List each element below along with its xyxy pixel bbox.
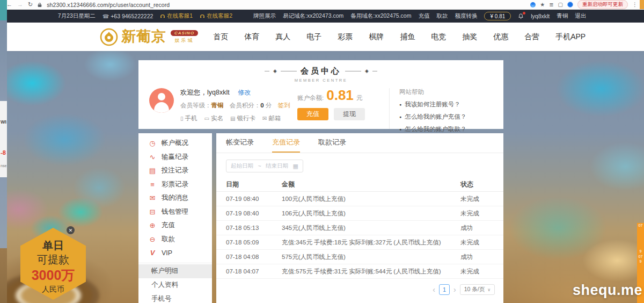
screen: ← → ↻ sh2300.x12346666.com/pc/user/accou…: [0, 0, 644, 303]
verify-item[interactable]: ▤ 银行卡: [230, 114, 255, 122]
records-tab[interactable]: 取款记录: [318, 133, 346, 153]
promo-line2: 可提款: [37, 252, 69, 266]
side-panel-icon[interactable]: ▢: [558, 2, 563, 8]
modify-link[interactable]: 修改: [238, 89, 251, 96]
date-label: 7月23日星期二: [58, 12, 96, 20]
nav-item[interactable]: 彩票: [338, 32, 353, 42]
balance-label: 账户余额:: [297, 94, 324, 102]
signin-link[interactable]: 签到: [278, 102, 290, 109]
records-tab[interactable]: 充值记录: [272, 133, 300, 153]
verify-item[interactable]: ✉ 邮箱: [262, 114, 281, 122]
sidebar-subitem[interactable]: 帐户明细: [138, 264, 212, 278]
close-icon[interactable]: ✕: [67, 226, 75, 234]
nav-item[interactable]: 合营: [524, 32, 539, 42]
sidebar-item-icon: ⊟: [148, 208, 157, 216]
sidebar-item[interactable]: ∿ 输赢纪录: [138, 150, 212, 164]
nav-item[interactable]: 电竞: [431, 32, 446, 42]
tab-label: 充值记录: [272, 138, 300, 147]
cell-date: 07-18 04:08: [216, 254, 282, 260]
topbar-withdraw-link[interactable]: 取款: [436, 12, 448, 20]
cell-status: 未完成: [460, 195, 503, 203]
member-center-card: ◈ 会员中心 ◈ MEMBER CENTRE 欢迎您，lyq8xklt 修改 会…: [138, 60, 503, 129]
withdraw-button[interactable]: 提现: [334, 108, 365, 120]
fragment-text: 9: [637, 259, 644, 264]
sidebar-item[interactable]: ⊕ 充值: [138, 219, 212, 233]
topbar-username[interactable]: lyq8xklt: [531, 13, 550, 19]
recharge-button[interactable]: 充值: [297, 108, 328, 120]
sidebar-item[interactable]: ✉ 我的消息: [138, 191, 212, 205]
records-tab[interactable]: 帐变记录: [226, 133, 254, 153]
sidebar-item[interactable]: ⊖ 取款: [138, 233, 212, 247]
logo-casino-badge: CASINO: [171, 30, 198, 36]
bookmark-star-icon[interactable]: ★: [540, 2, 545, 8]
sidebar-item[interactable]: V VIP: [138, 246, 212, 260]
help-list: 我该如何注册账号？怎么给我的账户充值？怎么给我的账户取款？: [399, 100, 466, 133]
nav-item[interactable]: 真人: [275, 32, 290, 42]
license-link[interactable]: 牌照展示: [253, 12, 276, 20]
date-start-input[interactable]: 起始日期: [231, 162, 253, 170]
cell-amount: 100元(人民币线上充值): [282, 195, 460, 203]
promo-badge[interactable]: 单日 可提款 3000万 人民币 ✕: [20, 228, 86, 300]
sync-icon[interactable]: [530, 2, 536, 8]
records-panel: 帐变记录 充值记录 取款记录 起始日期 ~ 结束日期 ▦ 日期: [216, 133, 503, 303]
sidebar-item[interactable]: ≡ 彩票记录: [138, 178, 212, 192]
prev-page-icon[interactable]: ‹: [433, 286, 435, 293]
sidebar-item[interactable]: ◷ 帐户概况: [138, 136, 212, 150]
browser-update-button[interactable]: 重新启动即可更新: [577, 0, 628, 9]
sidebar-item[interactable]: ▤ 投注记录: [138, 164, 212, 178]
verify-item[interactable]: ▭ 实名: [204, 114, 223, 122]
help-link[interactable]: 怎么给我的账户充值？: [399, 113, 466, 121]
sidebar-subitem[interactable]: 个人资料: [138, 278, 212, 292]
sidebar-subitem-label: 个人资料: [151, 280, 178, 290]
nav-item[interactable]: 体育: [244, 32, 259, 42]
topbar-level: 青铜: [557, 12, 568, 20]
tab-label: 帐变记录: [226, 138, 254, 147]
topbar-transfer-link[interactable]: 额度转换: [455, 12, 477, 20]
cell-amount: 106元(人民币线上充值): [282, 210, 460, 218]
online-service-2[interactable]: 在线客服2: [200, 12, 232, 20]
nav-item[interactable]: 电子: [306, 32, 321, 42]
reading-list-icon[interactable]: ≣: [549, 2, 553, 8]
nav-item[interactable]: 抽奖: [462, 32, 477, 42]
site-logo[interactable]: 新葡京 CASINO 娱乐城: [100, 28, 198, 46]
next-page-icon[interactable]: ›: [453, 286, 456, 293]
balance-pill[interactable]: ¥ 0.81: [484, 12, 511, 20]
back-icon[interactable]: ←: [6, 2, 12, 8]
sidebar-subitem[interactable]: 手机号: [138, 292, 212, 303]
sidebar-item-label: 充值: [162, 221, 175, 230]
sidebar-item-icon: ≡: [148, 181, 157, 189]
help-link[interactable]: 我该如何注册账号？: [399, 100, 466, 109]
phone-icon: ☎: [103, 13, 109, 19]
member-sidebar: ◷ 帐户概况 ∿ 输赢纪录 ▤ 投注记录 ≡: [138, 133, 212, 303]
date-range-picker[interactable]: 起始日期 ~ 结束日期 ▦: [226, 160, 303, 172]
nav-item[interactable]: 首页: [213, 32, 228, 42]
cell-date: 07-18 05:13: [216, 225, 282, 231]
verify-item[interactable]: ▯ 手机: [180, 114, 197, 122]
sidebar-item[interactable]: ⊟ 钱包管理: [138, 205, 212, 219]
cell-amount: 345元(人民币线上充值): [282, 224, 460, 232]
cell-status: 未完成: [460, 268, 503, 276]
date-end-input[interactable]: 结束日期: [266, 162, 288, 170]
page-size-select[interactable]: 10 条/页 ∨: [460, 284, 495, 295]
nav-item[interactable]: 棋牌: [369, 32, 384, 42]
logout-link[interactable]: 退出: [575, 12, 586, 20]
reload-icon[interactable]: ↻: [28, 2, 33, 8]
notification-bell-icon[interactable]: [518, 13, 524, 19]
nav-item[interactable]: 优惠: [493, 32, 508, 42]
help-link[interactable]: 怎么给我的账户取款？: [399, 125, 466, 133]
online-service-1[interactable]: 在线客服1: [160, 12, 193, 20]
verify-label: 邮箱: [268, 114, 281, 122]
forward-icon[interactable]: →: [17, 2, 23, 8]
profile-avatar[interactable]: [567, 2, 573, 8]
cell-date: 07-18 04:07: [216, 268, 282, 275]
table-body: 07-19 08:40 100元(人民币线上充值) 未完成 07-19 08:4…: [216, 192, 503, 279]
nav-item[interactable]: 捕鱼: [400, 32, 415, 42]
promo-hexagon[interactable]: 单日 可提款 3000万 人民币: [20, 228, 86, 300]
topbar-deposit-link[interactable]: 充值: [418, 12, 429, 20]
level-value: 青铜: [211, 102, 224, 109]
url-bar[interactable]: sh2300.x12346666.com/pc/user/account_rec…: [47, 2, 170, 8]
page-number[interactable]: 1: [439, 284, 450, 295]
sidebar-submenu: 帐户明细 个人资料 手机号: [138, 263, 212, 303]
kebab-menu-icon[interactable]: ⋮: [632, 2, 638, 8]
nav-item[interactable]: 手机APP: [555, 32, 586, 42]
